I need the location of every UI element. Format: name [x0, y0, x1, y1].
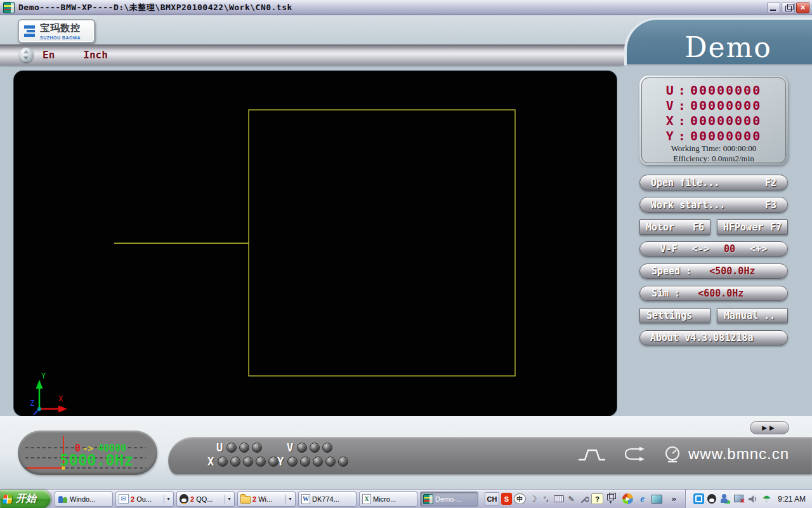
dropdown-arrow-icon[interactable]: ▼: [164, 495, 171, 504]
vf-control[interactable]: V-F <-> 00 <+>: [639, 241, 788, 257]
indicator-lamp-v-2: [310, 443, 320, 453]
app-icon: [3, 2, 15, 13]
show-desktop-icon[interactable]: [652, 495, 662, 504]
dro-value: 00000000: [690, 98, 761, 113]
gauge-icon[interactable]: [663, 444, 682, 465]
button-label: Work start...: [651, 199, 725, 211]
indicator-lamp-y-3: [313, 457, 323, 467]
tray-volume-icon[interactable]: [747, 493, 758, 504]
taskbar-clock[interactable]: 9:21 AM: [778, 495, 806, 504]
dropdown-arrow-icon[interactable]: ▼: [285, 495, 292, 504]
part-rectangle: [249, 110, 515, 376]
chinese-mode-icon[interactable]: 中: [514, 493, 526, 504]
quick-launch: ▶ e: [622, 493, 662, 504]
dropdown-arrow-icon[interactable]: ▼: [225, 495, 232, 504]
efficiency: Efficiency: 0.0mm2/min: [642, 154, 785, 164]
freq-current: 5000.0Hz: [60, 451, 133, 469]
restore-button[interactable]: [782, 2, 795, 13]
indicator-label-y: Y: [277, 455, 284, 468]
task-label: DK774...: [312, 495, 353, 503]
wire-threading-icon[interactable]: [622, 445, 648, 464]
dro-label: Y: [666, 128, 674, 144]
folder-icon: [240, 496, 251, 504]
help-icon[interactable]: ?: [591, 493, 603, 504]
input-language-indicator[interactable]: CH: [485, 492, 499, 505]
logo-text-en: SUZHOU BAOMA: [40, 36, 81, 40]
fullwidth-mode-icon[interactable]: ☽: [528, 493, 539, 505]
taskbar: 开始 Windo...✉2Ou...▼2QQ...▼2Wi...▼WDK774.…: [0, 489, 812, 508]
tray-app-icon[interactable]: [693, 493, 704, 504]
dro-value: 00000000: [690, 83, 761, 98]
axis-triad: Y X Z: [30, 371, 67, 415]
handwriting-icon[interactable]: ✎: [566, 493, 577, 505]
speed-button[interactable]: Speed : <500.0Hz: [639, 264, 788, 279]
website-url: www.bmnc.cn: [688, 445, 812, 463]
manual-button[interactable]: Manual ..: [717, 308, 788, 323]
media-player-icon[interactable]: ▶: [622, 493, 633, 504]
tray-messenger-status-icon[interactable]: [719, 493, 730, 504]
work-start-button[interactable]: Work start... F3: [639, 197, 788, 213]
indicator-label-x: X: [207, 455, 214, 468]
minimize-button[interactable]: [767, 2, 780, 13]
dro-label: V: [666, 98, 674, 113]
close-button[interactable]: ×: [796, 2, 809, 13]
internet-explorer-icon[interactable]: e: [637, 493, 648, 504]
windows-logo-icon: [3, 495, 12, 504]
title-bar[interactable]: Demo----BMW-XP----D:\未整理\BMXP20100422\Wo…: [0, 0, 812, 15]
language-toggle[interactable]: En: [43, 49, 55, 61]
indicator-group-y: Y: [277, 455, 348, 468]
unit-toggle[interactable]: Inch: [83, 49, 108, 61]
sim-button[interactable]: Sim : <600.0Hz: [639, 286, 788, 301]
task-button-bmwapp[interactable]: Demo-...: [420, 491, 478, 507]
wrench-icon: [580, 495, 589, 504]
tray-network-error-icon[interactable]: ×: [733, 493, 744, 504]
indicator-lamp-x-3: [243, 457, 253, 467]
indicator-lamp-v-3: [322, 443, 332, 453]
ime-tools-icon[interactable]: [579, 493, 589, 505]
sogou-ime-icon[interactable]: S: [501, 493, 512, 505]
task-button-messenger[interactable]: Windo...: [55, 491, 113, 507]
about-button[interactable]: About v4.3.081218a: [639, 330, 788, 345]
task-label: QQ...: [196, 495, 223, 503]
drawing-canvas[interactable]: Y X Z: [14, 71, 617, 416]
settings-button[interactable]: Settings: [639, 308, 710, 323]
pulse-wave-icon[interactable]: [577, 446, 606, 463]
task-button-excel[interactable]: XMicro...: [359, 491, 417, 507]
task-button-outlook[interactable]: ✉2Ou...▼: [115, 491, 174, 507]
task-button-folder[interactable]: 2Wi...▼: [237, 491, 296, 507]
language-bar-options[interactable]: ▼: [605, 493, 616, 505]
next-page-button[interactable]: ▶▶: [750, 421, 789, 434]
z-axis-label: Z: [30, 399, 34, 408]
indicator-lamp-y-4: [325, 457, 336, 467]
demo-banner: Demo: [624, 18, 812, 65]
punctuation-mode-icon[interactable]: °,: [540, 493, 551, 505]
task-button-qq[interactable]: 2QQ...▼: [176, 491, 235, 507]
indicator-lamp-x-2: [230, 457, 240, 467]
vf-label: V-F: [660, 243, 678, 255]
speed-value: <500.0Hz: [709, 265, 755, 277]
open-file-button[interactable]: Open file... F2: [639, 175, 788, 190]
task-label: Micro...: [373, 495, 414, 503]
button-label: Sim :: [652, 288, 680, 299]
dro-value: 00000000: [690, 128, 761, 144]
toolbar-overflow-chevron[interactable]: »: [671, 494, 676, 504]
vf-decrease-button[interactable]: <->: [692, 243, 709, 255]
vf-increase-button[interactable]: <+>: [750, 243, 767, 255]
tray-umbrella-icon[interactable]: ☂: [761, 493, 772, 504]
brand-logo: 宝玛数控 SUZHOU BAOMA: [18, 19, 95, 43]
excel-icon: X: [362, 494, 371, 504]
toggle-knob-icon[interactable]: [19, 48, 34, 62]
start-button[interactable]: 开始: [0, 490, 51, 508]
button-label: About v4.3.081218a: [650, 332, 754, 344]
dro-row-y: Y:00000000: [642, 128, 785, 144]
hf-power-button[interactable]: HFPower F7: [717, 219, 788, 235]
baoma-logo-icon: [23, 24, 37, 38]
start-label: 开始: [16, 492, 36, 505]
motor-button[interactable]: Motor F6: [639, 219, 710, 235]
task-button-word[interactable]: WDK774...: [298, 491, 357, 507]
soft-keyboard-icon[interactable]: [553, 493, 564, 505]
button-label: Speed :: [652, 265, 691, 277]
button-label: Manual ..: [724, 310, 775, 321]
tray-qq-icon[interactable]: [707, 494, 716, 504]
button-label: HFPower: [723, 222, 763, 233]
